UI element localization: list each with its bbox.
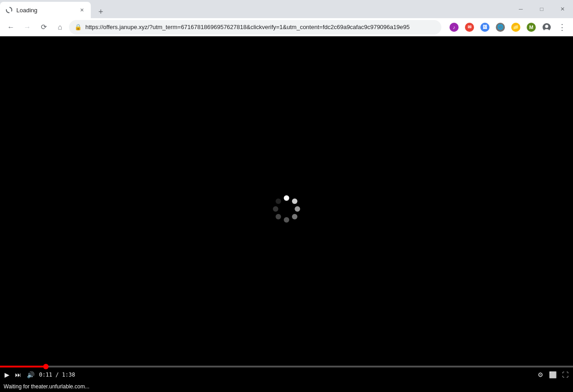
- skip-button[interactable]: ⏭: [14, 370, 22, 379]
- images-icon: 🖼: [480, 23, 489, 32]
- monster-extension-icon[interactable]: M: [524, 20, 538, 35]
- controls-row: ▶ ⏭ 🔊 0:11 / 1:38 ⚙ ⬜ ⛶: [0, 370, 573, 379]
- music-extension-icon[interactable]: ♪: [447, 20, 461, 35]
- tab-title: Loading: [16, 7, 74, 14]
- address-bar[interactable]: 🔒 https://offers.janupe.xyz/?utm_term=67…: [69, 20, 441, 35]
- fullscreen-button[interactable]: ⛶: [561, 370, 569, 379]
- mail-icon: ✉: [465, 23, 474, 32]
- play-button[interactable]: ▶: [4, 370, 10, 379]
- progress-dot: [43, 364, 49, 369]
- more-options-button[interactable]: ⋮: [555, 20, 569, 35]
- tab-favicon: [5, 6, 13, 14]
- spinner-dot-0: [284, 195, 289, 201]
- folder-extension-icon[interactable]: 📁: [509, 20, 523, 35]
- settings-button[interactable]: ⚙: [537, 370, 544, 379]
- spinner-dot-7: [276, 198, 281, 204]
- monster-icon: M: [527, 23, 536, 32]
- url-text: https://offers.janupe.xyz/?utm_term=6716…: [85, 24, 436, 30]
- toolbar-extensions: ♪ ✉ 🖼 🌐 📁 M: [447, 20, 569, 35]
- browser-toolbar: ← → ⟳ ⌂ 🔒 https://offers.janupe.xyz/?utm…: [0, 18, 573, 36]
- spinner-dot-1: [292, 198, 297, 204]
- folder-icon: 📁: [511, 23, 520, 32]
- images-extension-icon[interactable]: 🖼: [478, 20, 492, 35]
- loading-favicon-icon: [6, 7, 12, 13]
- globe-extension-icon[interactable]: 🌐: [493, 20, 508, 35]
- spinner-dot-6: [273, 206, 278, 212]
- globe-icon: 🌐: [496, 23, 505, 32]
- tab-strip: Loading ✕ +: [0, 0, 510, 18]
- lock-icon: 🔒: [74, 24, 82, 30]
- forward-button[interactable]: →: [20, 20, 35, 35]
- back-button[interactable]: ←: [4, 20, 18, 35]
- maximize-button[interactable]: □: [531, 0, 552, 18]
- new-tab-button[interactable]: +: [94, 5, 107, 18]
- spinner-dot-5: [276, 214, 281, 219]
- spinner-dot-3: [292, 214, 297, 219]
- minimize-button[interactable]: ─: [510, 0, 531, 18]
- page-content: ▶ ⏭ 🔊 0:11 / 1:38 ⚙ ⬜ ⛶: [0, 36, 573, 381]
- video-progress-bar[interactable]: [0, 366, 573, 367]
- theater-button[interactable]: ⬜: [548, 370, 558, 379]
- mail-extension-icon[interactable]: ✉: [462, 20, 477, 35]
- more-dots-icon: ⋮: [558, 22, 567, 32]
- loading-spinner: [273, 195, 300, 223]
- spinner-dot-4: [284, 217, 289, 223]
- home-button[interactable]: ⌂: [53, 20, 67, 35]
- time-display: 0:11 / 1:38: [39, 372, 75, 378]
- music-icon: ♪: [450, 23, 459, 32]
- profile-button[interactable]: [539, 20, 554, 35]
- svg-point-0: [6, 7, 12, 13]
- status-text: Waiting for theater.unfurlable.com...: [4, 383, 89, 390]
- window-controls: ─ □ ✕: [510, 0, 573, 18]
- active-tab[interactable]: Loading ✕: [0, 2, 91, 18]
- svg-point-2: [545, 25, 548, 28]
- browser-window: Loading ✕ + ─ □ ✕ ← → ⟳ ⌂ 🔒 https://of: [0, 0, 573, 392]
- reload-button[interactable]: ⟳: [36, 20, 51, 35]
- close-button[interactable]: ✕: [552, 0, 573, 18]
- spinner-dots: [273, 195, 300, 223]
- progress-fill: [0, 366, 46, 367]
- title-bar: Loading ✕ + ─ □ ✕: [0, 0, 573, 18]
- volume-button[interactable]: 🔊: [26, 370, 35, 379]
- tab-close-button[interactable]: ✕: [78, 6, 85, 14]
- status-bar: Waiting for theater.unfurlable.com...: [0, 381, 573, 392]
- video-controls: ▶ ⏭ 🔊 0:11 / 1:38 ⚙ ⬜ ⛶: [0, 358, 573, 381]
- spinner-dot-2: [295, 206, 300, 212]
- profile-icon: [542, 23, 551, 32]
